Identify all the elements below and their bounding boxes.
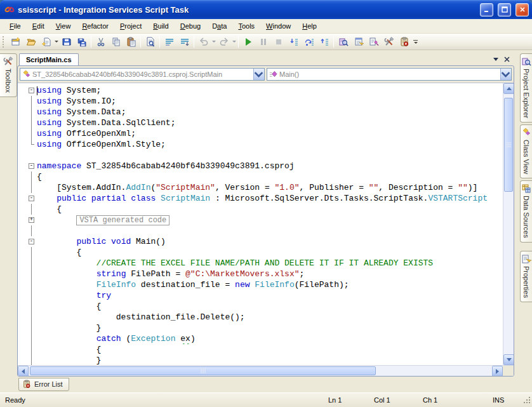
undo-icon[interactable] — [196, 35, 211, 49]
code-line[interactable]: { — [18, 204, 503, 215]
sidebar-tab-toolbox[interactable]: Toolbox — [0, 53, 17, 97]
code-editor[interactable]: -using System;using System.IO;using Syst… — [18, 83, 503, 365]
code-line[interactable]: { — [18, 171, 503, 182]
code-line[interactable]: { — [18, 301, 503, 312]
code-line[interactable] — [18, 150, 503, 161]
code-line[interactable]: using System.Data.SqlClient; — [18, 117, 503, 128]
active-files-dropdown-icon[interactable] — [493, 58, 498, 61]
menu-item-window[interactable]: Window — [260, 20, 296, 32]
vertical-scroll-thumb[interactable] — [504, 98, 513, 192]
start-debugging-icon[interactable] — [241, 35, 255, 49]
toolbar-grip[interactable] — [3, 36, 6, 48]
comment-lines-icon[interactable] — [162, 35, 176, 49]
horizontal-scrollbar[interactable] — [18, 366, 503, 376]
undo-dropdown-icon[interactable] — [212, 41, 216, 43]
document-tab[interactable]: ScriptMain.cs — [19, 53, 79, 65]
properties-window-icon[interactable] — [351, 35, 366, 49]
code-line[interactable]: using System.Data; — [18, 107, 503, 117]
members-combo-dropdown[interactable] — [500, 69, 511, 80]
sidebar-tab-properties[interactable]: Properties — [520, 251, 532, 302]
menu-item-debug[interactable]: Debug — [175, 20, 206, 32]
horizontal-scroll-track[interactable] — [29, 366, 492, 376]
scroll-left-button[interactable] — [18, 366, 29, 377]
project-explorer-icon[interactable] — [336, 35, 350, 49]
types-combo-dropdown[interactable] — [253, 69, 264, 80]
break-all-icon[interactable] — [256, 35, 270, 49]
code-line[interactable]: FileInfo destination_file = new FileInfo… — [18, 279, 503, 290]
collapse-region-icon[interactable]: - — [29, 88, 34, 93]
code-line[interactable]: { — [18, 247, 503, 258]
code-line[interactable]: //CREATE THE EXCEL FILE NAME/PATH AND DE… — [18, 258, 503, 269]
code-line[interactable]: [System.AddIn.AddIn("ScriptMain", Versio… — [18, 182, 503, 193]
add-item-dropdown-icon[interactable] — [55, 41, 58, 43]
save-all-icon[interactable] — [74, 35, 89, 49]
error-list-tab[interactable]: Error List — [18, 378, 69, 391]
collapsed-region-box[interactable]: VSTA generated code — [76, 215, 170, 225]
expand-region-icon[interactable]: + — [29, 217, 34, 223]
menu-item-refactor[interactable]: Refactor — [76, 20, 114, 32]
scroll-up-button[interactable] — [503, 83, 514, 94]
save-icon[interactable] — [59, 35, 74, 49]
uncomment-lines-icon[interactable] — [177, 35, 192, 49]
menu-item-file[interactable]: File — [4, 20, 27, 32]
cut-icon[interactable] — [93, 35, 108, 49]
code-line[interactable]: destination_file.Delete(); — [18, 312, 503, 323]
maximize-button[interactable] — [498, 3, 511, 17]
open-file-icon[interactable] — [23, 35, 38, 49]
code-line[interactable]: using OfficeOpenXml.Style; — [18, 139, 503, 150]
copy-icon[interactable] — [109, 35, 123, 49]
vertical-scroll-track[interactable] — [503, 94, 514, 354]
code-line[interactable]: } — [18, 323, 503, 333]
members-combo[interactable]: Main() — [267, 68, 512, 81]
code-line[interactable] — [18, 225, 503, 236]
redo-icon[interactable] — [216, 35, 231, 49]
menu-item-edit[interactable]: Edit — [27, 20, 50, 32]
menu-item-view[interactable]: View — [50, 20, 77, 32]
code-line[interactable]: } — [18, 355, 503, 365]
close-button[interactable] — [515, 3, 529, 17]
collapse-region-icon[interactable]: - — [29, 163, 34, 169]
horizontal-scroll-thumb[interactable] — [30, 366, 376, 375]
menu-item-data[interactable]: Data — [206, 20, 232, 32]
paste-icon[interactable] — [124, 35, 138, 49]
resize-grip[interactable] — [523, 396, 531, 404]
code-line[interactable]: string FilePath = @"C:\MarketMovers.xlsx… — [18, 269, 503, 279]
menu-item-help[interactable]: Help — [296, 20, 323, 32]
sidebar-tab-project-explorer[interactable]: Project Explorer — [520, 53, 532, 123]
sidebar-tab-class-view[interactable]: Class View — [520, 124, 532, 178]
collapse-region-icon[interactable]: - — [29, 196, 34, 201]
code-line[interactable]: - public partial class ScriptMain : Micr… — [18, 193, 503, 204]
step-out-icon[interactable] — [317, 35, 331, 49]
scroll-down-button[interactable] — [503, 354, 514, 365]
object-browser-icon[interactable] — [366, 35, 381, 49]
code-line[interactable]: -namespace ST_32854b6cabab4240bf64b33904… — [18, 161, 503, 171]
code-line[interactable]: -using System; — [18, 85, 503, 96]
code-line[interactable]: using OfficeOpenXml; — [18, 128, 503, 139]
sidebar-tab-data-sources[interactable]: Data Sources — [520, 180, 532, 243]
new-project-icon[interactable] — [8, 35, 23, 49]
code-line[interactable]: catch (Exception ex) — [18, 333, 503, 344]
code-line[interactable]: - public void Main() — [18, 236, 503, 247]
code-line[interactable]: { — [18, 344, 503, 355]
error-list-icon[interactable] — [397, 35, 411, 49]
step-into-icon[interactable] — [286, 35, 301, 49]
menu-item-build[interactable]: Build — [147, 20, 174, 32]
collapse-region-icon[interactable]: - — [29, 239, 34, 244]
find-in-files-icon[interactable] — [143, 35, 157, 49]
types-combo[interactable]: ST_32854b6cabab4240bf64b339049c3891.cspr… — [20, 68, 265, 81]
toolbox-icon[interactable] — [382, 35, 396, 49]
add-item-icon[interactable] — [39, 35, 53, 49]
code-line[interactable]: try — [18, 290, 503, 301]
close-document-icon[interactable] — [504, 57, 510, 62]
menu-item-project[interactable]: Project — [114, 20, 147, 32]
toolbar-options-icon[interactable] — [413, 40, 418, 44]
vertical-scrollbar[interactable] — [503, 83, 514, 365]
code-line[interactable]: using System.IO; — [18, 96, 503, 107]
minimize-button[interactable] — [480, 3, 493, 17]
menu-item-tools[interactable]: Tools — [232, 20, 260, 32]
code-line[interactable]: + VSTA generated code — [18, 215, 503, 225]
scroll-right-button[interactable] — [492, 366, 503, 377]
stop-debugging-icon[interactable] — [271, 35, 286, 49]
step-over-icon[interactable] — [302, 35, 316, 49]
redo-dropdown-icon[interactable] — [232, 41, 236, 43]
